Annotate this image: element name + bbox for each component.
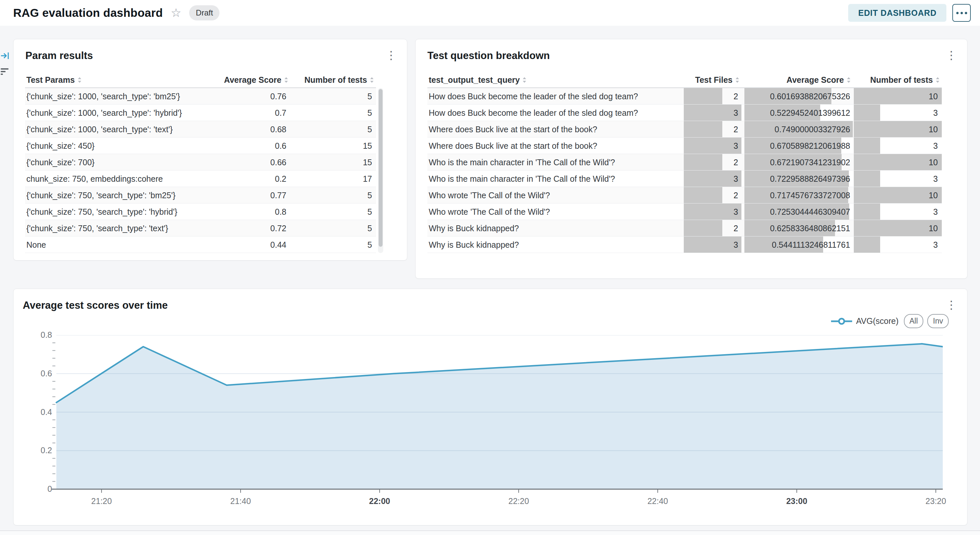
avg-score-cell: 0.7 [196,105,290,121]
column-header-label: Average Score [224,72,282,88]
param-col-header-2[interactable]: Number of tests [290,72,376,88]
table-row: chunk_size: 750, embeddings:cohere0.217 [25,171,376,187]
table-row: How does Buck become the leader of the s… [427,105,942,121]
filter-icon[interactable] [1,67,9,76]
legend-all-button[interactable]: All [904,314,924,328]
breakdown-col-header-0[interactable]: test_output_test_query [427,72,684,88]
top-bar: RAG evaluation dashboard ☆ Draft EDIT DA… [0,0,980,26]
sort-icon [935,77,940,83]
avg-score-cell: 0.749000003327926 [745,121,853,137]
test-files-cell: 3 [684,171,741,187]
breakdown-col-header-3[interactable]: Number of tests [854,72,942,88]
num-tests-cell: 5 [290,121,376,137]
cell-value: 3 [684,203,741,220]
avg-score-cell: 0.7253044446309407 [745,203,853,220]
test-files-cell: 3 [684,203,741,220]
avg-score-cell: 0.7229588826497396 [745,171,853,187]
cell-value: 0.5441113246811761 [745,236,853,253]
favorite-star-icon[interactable]: ☆ [171,7,181,19]
param-results-scrollbar-thumb[interactable] [379,89,383,247]
param-cell: {'chunk_size': 750, 'search_type': 'text… [25,220,196,236]
cell-value: 3 [684,171,741,187]
edit-dashboard-button[interactable]: EDIT DASHBOARD [848,4,947,22]
cell-value: 0.749000003327926 [745,121,853,137]
column-header-label: Test Files [695,72,733,88]
avg-score-cell: 0.8 [196,203,290,220]
breakdown-rows: How does Buck become the leader of the s… [427,88,942,253]
param-cell: {'chunk_size': 700} [25,154,196,170]
table-row: None0.445 [25,236,376,253]
test-files-cell: 2 [684,220,741,236]
column-header-label: Average Score [787,72,844,88]
column-spacer [741,105,745,121]
param-cell: {'chunk_size': 750, 'search_type': 'hybr… [25,203,196,220]
param-cell: {'chunk_size': 450} [25,137,196,154]
table-row: Where does Buck live at the start of the… [427,137,942,154]
overflow-menu-button[interactable] [952,4,971,22]
chart-legend: AVG(score) All Inv [831,314,949,328]
avg-score-cell: 0.6016938820675326 [745,88,853,104]
num-tests-cell: 3 [854,203,942,220]
query-cell: Why is Buck kidnapped? [427,236,684,253]
table-row: How does Buck become the leader of the s… [427,88,942,105]
test-files-cell: 2 [684,88,741,104]
breakdown-col-header-1[interactable]: Test Files [684,72,741,88]
x-axis-label: 22:00 [355,497,404,506]
y-axis-label: 0.8 [14,330,52,340]
param-results-kebab-icon[interactable] [385,48,397,62]
column-spacer [741,121,745,137]
breakdown-kebab-icon[interactable] [945,48,957,62]
breakdown-col-header-2[interactable]: Average Score [745,72,853,88]
cell-value: 3 [684,236,741,253]
legend-inv-button[interactable]: Inv [927,314,949,328]
test-files-cell: 2 [684,154,741,170]
x-axis-label: 22:20 [494,497,543,506]
column-spacer [741,187,745,203]
num-tests-cell: 10 [854,154,942,170]
cell-value: 10 [854,88,942,105]
breakdown-table-header: test_output_test_queryTest FilesAverage … [427,72,942,88]
breakdown-title: Test question breakdown [427,50,967,62]
num-tests-cell: 17 [290,171,376,187]
avg-score-cell: 0.6705898212061988 [745,137,853,154]
x-axis-label: 21:40 [216,497,265,506]
chart-kebab-icon[interactable] [945,297,957,312]
column-spacer [741,203,745,220]
cell-value: 3 [854,203,942,220]
cell-value: 10 [854,220,942,236]
x-axis-label: 23:00 [772,497,821,506]
table-row: {'chunk_size': 750, 'search_type': 'hybr… [25,203,376,220]
param-results-table-header: Test ParamsAverage ScoreNumber of tests [25,72,376,88]
avg-score-cell: 0.2 [196,171,290,187]
expand-panel-icon[interactable] [1,51,9,60]
cell-value: 0.6258336480862151 [745,220,853,236]
cell-value: 10 [854,154,942,171]
legend-item-avg-score[interactable]: AVG(score) [831,316,899,326]
column-spacer [741,236,745,253]
table-row: {'chunk_size': 1000, 'search_type': 'bm2… [25,88,376,105]
left-edge-tools [1,51,11,76]
title-group: RAG evaluation dashboard ☆ Draft [0,5,220,21]
avg-score-cell: 0.66 [196,154,290,170]
num-tests-cell: 10 [854,88,942,104]
column-header-label: test_output_test_query [429,72,520,88]
param-results-rows: {'chunk_size': 1000, 'search_type': 'bm2… [25,88,376,253]
x-axis-label: 23:20 [911,497,961,506]
param-col-header-1[interactable]: Average Score [196,72,290,88]
column-header-label: Test Params [26,72,75,88]
num-tests-cell: 10 [854,187,942,203]
query-cell: Who wrote 'The Call of the Wild'? [427,187,684,203]
num-tests-cell: 5 [290,105,376,121]
query-cell: How does Buck become the leader of the s… [427,88,684,104]
sort-icon [78,77,82,83]
area-fill [56,344,943,489]
column-spacer [741,88,745,104]
param-cell: {'chunk_size': 1000, 'search_type': 'bm2… [25,88,196,104]
param-results-card: Param results Test ParamsAverage ScoreNu… [13,39,407,260]
param-col-header-0[interactable]: Test Params [25,72,196,88]
num-tests-cell: 5 [290,220,376,236]
cell-value: 0.5229452401399612 [745,105,853,121]
table-row: {'chunk_size': 450}0.615 [25,137,376,154]
num-tests-cell: 5 [290,203,376,220]
num-tests-cell: 10 [854,220,942,236]
